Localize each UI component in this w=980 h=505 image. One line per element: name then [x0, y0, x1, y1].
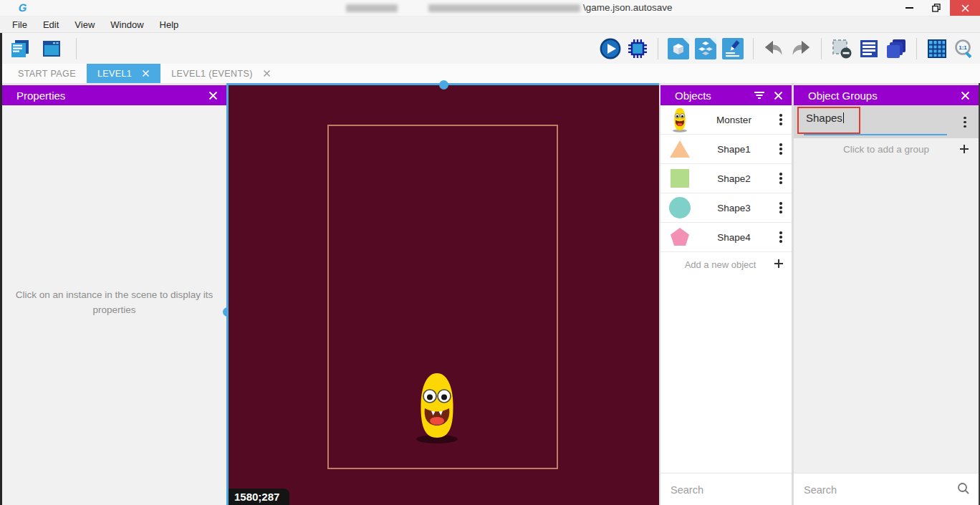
object-groups-panel: Object Groups Shapes Click to add a grou… — [794, 85, 979, 505]
debugger-button[interactable] — [626, 37, 649, 60]
undo-icon — [763, 38, 784, 59]
properties-panel-title: Properties — [16, 90, 65, 102]
titlebar: G \game.json.autosave — [0, 0, 980, 16]
object-row-shape3[interactable]: Shape3 — [660, 193, 792, 223]
start-page-button[interactable] — [40, 37, 63, 60]
layers-button[interactable] — [885, 37, 908, 60]
grid-button[interactable] — [926, 37, 948, 60]
tab-label: LEVEL1 — [97, 69, 132, 79]
deselect-instances-button[interactable] — [830, 37, 853, 60]
group-menu-icon[interactable] — [960, 117, 970, 128]
close-icon — [961, 4, 969, 12]
gdevelop-window: G \game.json.autosave File Edit View Win… — [0, 0, 980, 505]
menu-help[interactable]: Help — [152, 19, 187, 30]
tab-level1[interactable]: LEVEL1 — [87, 64, 160, 83]
circle-thumbnail-icon — [668, 196, 692, 220]
preview-play-button[interactable] — [599, 37, 622, 60]
tab-label: START PAGE — [18, 69, 76, 79]
object-label: Shape1 — [692, 144, 776, 155]
scene-objects-editor-button[interactable] — [667, 37, 690, 60]
plus-icon — [773, 258, 784, 271]
tab-close-icon[interactable] — [263, 69, 271, 77]
monster-sprite — [413, 370, 461, 444]
monster-instance[interactable] — [413, 370, 461, 447]
scene-canvas[interactable]: 1580;287 — [229, 83, 659, 505]
menu-file[interactable]: File — [4, 19, 35, 30]
object-menu-icon[interactable] — [776, 173, 786, 183]
object-label: Shape4 — [692, 232, 776, 243]
add-object-button[interactable]: Add a new object — [660, 252, 792, 276]
svg-text:1:1: 1:1 — [959, 44, 967, 51]
toolbar-divider — [658, 38, 658, 59]
redo-button[interactable] — [789, 37, 812, 60]
scene-properties-button[interactable] — [721, 37, 744, 60]
groups-search-input[interactable] — [802, 484, 957, 496]
tab-label: LEVEL1 (EVENTS) — [171, 69, 253, 79]
object-row-shape1[interactable]: Shape1 — [660, 135, 792, 164]
object-row-monster[interactable]: Monster — [660, 105, 792, 135]
groups-search-row — [794, 473, 979, 505]
object-row-shape4[interactable]: Shape4 — [660, 223, 792, 252]
annotation-highlight-box — [797, 107, 860, 134]
pentagon-thumbnail-icon — [668, 225, 692, 249]
edit-pencil-icon — [722, 38, 744, 59]
filter-icon[interactable] — [754, 91, 765, 100]
close-button[interactable] — [950, 0, 980, 16]
redacted-title-segment — [428, 4, 580, 12]
project-manager-icon — [9, 38, 31, 59]
zoom-1-1-icon: 1:1 — [953, 38, 975, 59]
canvas-top-splitter[interactable] — [229, 83, 659, 85]
properties-empty-message: Click on an instance in the scene to dis… — [7, 288, 222, 318]
toolbar-divider — [76, 38, 77, 59]
add-group-label: Click to add a group — [802, 144, 970, 155]
triangle-thumbnail-icon — [668, 137, 692, 161]
search-icon — [957, 482, 970, 498]
object-menu-icon[interactable] — [776, 202, 786, 213]
toolbar-left — [2, 37, 81, 60]
close-panel-icon[interactable] — [961, 91, 970, 100]
object-groups-editor-button[interactable] — [694, 37, 717, 60]
toolbar: 1:1 — [0, 33, 980, 64]
tab-level1-events[interactable]: LEVEL1 (EVENTS) — [160, 64, 282, 83]
tab-start-page[interactable]: START PAGE — [7, 64, 87, 83]
object-label: Shape2 — [692, 173, 776, 184]
gdevelop-logo-icon: G — [18, 1, 29, 14]
object-cube-icon — [668, 38, 689, 59]
zoom-original-button[interactable]: 1:1 — [953, 37, 976, 60]
object-menu-icon[interactable] — [776, 143, 786, 154]
project-manager-button[interactable] — [9, 37, 32, 60]
menu-edit[interactable]: Edit — [35, 19, 67, 30]
add-group-button[interactable]: Click to add a group — [794, 138, 979, 160]
object-menu-icon[interactable] — [776, 231, 786, 242]
toolbar-divider — [916, 38, 917, 59]
undo-button[interactable] — [762, 37, 785, 60]
objects-search-row — [660, 473, 792, 505]
restore-button[interactable] — [923, 0, 950, 16]
object-menu-icon[interactable] — [776, 114, 786, 125]
object-row-shape2[interactable]: Shape2 — [660, 164, 792, 193]
menu-view[interactable]: View — [67, 19, 102, 30]
main-area: Properties Click on an instance in the s… — [0, 83, 980, 505]
group-edit-row[interactable]: Shapes — [794, 105, 979, 138]
toolbar-divider — [821, 38, 822, 59]
window-icon — [41, 38, 62, 59]
deselect-icon — [831, 38, 852, 59]
menu-window[interactable]: Window — [102, 19, 151, 30]
close-panel-icon[interactable] — [774, 91, 783, 100]
close-panel-icon[interactable] — [208, 91, 218, 100]
tab-bar: START PAGE LEVEL1 LEVEL1 (EVENTS) — [0, 64, 980, 83]
toolbar-right: 1:1 — [599, 37, 980, 60]
object-groups-panel-header: Object Groups — [794, 85, 979, 105]
objects-panel: Objects — [660, 85, 792, 505]
minimize-button[interactable] — [895, 0, 923, 16]
instances-list-button[interactable] — [858, 37, 880, 60]
restore-icon — [932, 4, 941, 12]
properties-panel-header: Properties — [2, 85, 226, 105]
redo-icon — [790, 38, 812, 59]
properties-panel: Properties Click on an instance in the s… — [2, 85, 226, 505]
window-title: \game.json.autosave — [583, 2, 673, 13]
tab-close-icon[interactable] — [142, 69, 150, 77]
objects-search-input[interactable] — [669, 484, 806, 496]
add-object-label: Add a new object — [668, 259, 773, 270]
splitter-handle[interactable] — [439, 80, 448, 90]
